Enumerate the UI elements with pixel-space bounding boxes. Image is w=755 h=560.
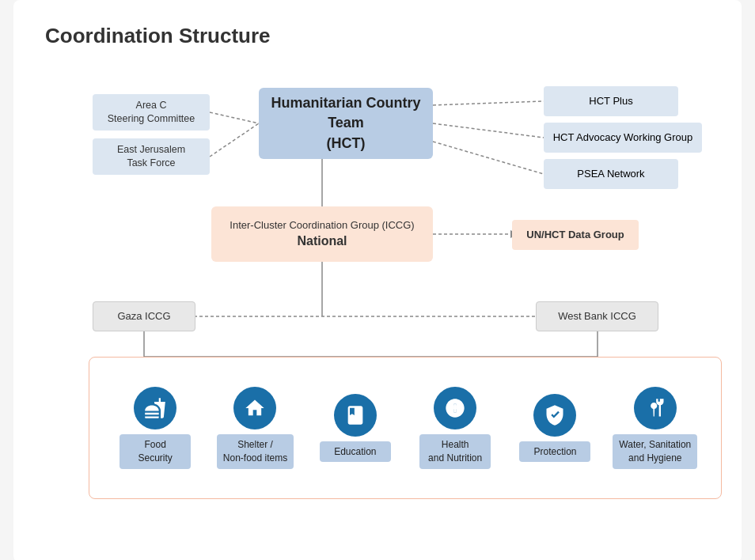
gaza-box: Gaza ICCG — [93, 301, 195, 331]
food-security-icon — [144, 397, 166, 419]
svg-line-1 — [210, 123, 259, 157]
cluster-food-security: FoodSecurity — [112, 387, 199, 469]
education-icon — [344, 404, 366, 426]
iccg-box: Inter-Cluster Coordination Group (ICCG) … — [211, 206, 433, 262]
hct-advocacy-box: HCT Advocacy Working Group — [544, 123, 702, 153]
diagram: Humanitarian Country Team (HCT) Area CSt… — [45, 72, 710, 539]
health-label: Healthand Nutrition — [419, 434, 491, 469]
iccg-national: National — [297, 233, 347, 250]
shelter-label: Shelter /Non-food items — [217, 434, 294, 469]
east-jerusalem-label: East JerusalemTask Force — [117, 143, 185, 171]
unhct-label: UN/HCT Data Group — [526, 228, 624, 242]
cluster-health: Healthand Nutrition — [412, 387, 499, 469]
westbank-label: West Bank ICCG — [558, 309, 636, 324]
wash-label: Water, Sanitationand Hygiene — [613, 434, 697, 469]
page-title: Coordination Structure — [45, 24, 710, 48]
shelter-icon — [244, 397, 266, 419]
page: Coordination Structure — [13, 0, 742, 560]
wash-icon-bg — [634, 387, 677, 429]
food-security-label: FoodSecurity — [120, 434, 191, 469]
psea-box: PSEA Network — [544, 159, 678, 189]
health-icon-bg — [434, 387, 476, 429]
wash-icon — [644, 397, 666, 419]
cluster-wash: Water, Sanitationand Hygiene — [612, 387, 699, 469]
area-c-label: Area CSteering Committee — [108, 99, 195, 127]
hct-box: Humanitarian Country Team (HCT) — [259, 88, 433, 159]
svg-line-2 — [433, 101, 544, 105]
westbank-box: West Bank ICCG — [536, 301, 658, 331]
hct-plus-label: HCT Plus — [589, 94, 632, 108]
clusters-container: FoodSecurity Shelter /Non-food items — [89, 357, 722, 499]
svg-line-4 — [433, 142, 544, 174]
protection-icon-bg — [533, 394, 576, 437]
hct-advocacy-label: HCT Advocacy Working Group — [553, 131, 693, 145]
hct-plus-box: HCT Plus — [544, 86, 678, 116]
health-icon — [444, 397, 466, 419]
svg-line-3 — [433, 123, 544, 138]
psea-label: PSEA Network — [577, 167, 644, 181]
cluster-protection: Protection — [511, 394, 598, 463]
education-icon-bg — [334, 394, 377, 437]
protection-label: Protection — [519, 441, 590, 463]
cluster-shelter: Shelter /Non-food items — [211, 387, 298, 469]
education-label: Education — [320, 441, 391, 463]
svg-line-0 — [210, 112, 259, 123]
area-c-box: Area CSteering Committee — [93, 94, 210, 131]
unhct-box: UN/HCT Data Group — [512, 220, 639, 250]
cluster-education: Education — [312, 394, 399, 463]
protection-icon — [544, 404, 566, 426]
gaza-label: Gaza ICCG — [117, 309, 170, 324]
iccg-title: Inter-Cluster Coordination Group (ICCG) — [230, 218, 414, 233]
food-security-icon-bg — [134, 387, 176, 429]
east-jerusalem-box: East JerusalemTask Force — [93, 138, 210, 175]
shelter-icon-bg — [233, 387, 276, 429]
